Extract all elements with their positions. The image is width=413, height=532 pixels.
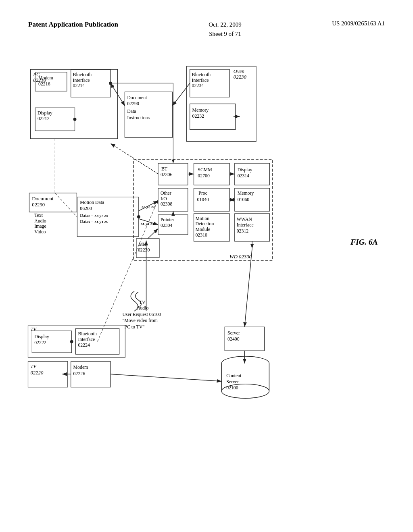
svg-text:Motion Data: Motion Data bbox=[80, 200, 104, 205]
header-patent: US 2009/0265163 A1 bbox=[332, 20, 385, 27]
svg-text:06200: 06200 bbox=[80, 206, 92, 211]
svg-text:Module: Module bbox=[195, 227, 210, 232]
svg-text:WWAN: WWAN bbox=[237, 216, 252, 222]
svg-text:Display: Display bbox=[238, 167, 252, 172]
svg-text:02224: 02224 bbox=[78, 342, 90, 348]
svg-text:I/O: I/O bbox=[161, 196, 167, 202]
svg-text:Oven: Oven bbox=[234, 69, 244, 74]
svg-line-133 bbox=[111, 374, 221, 381]
svg-text:01040: 01040 bbox=[197, 197, 209, 202]
svg-text:Pointer: Pointer bbox=[161, 217, 174, 222]
header-title: Patent Application Publication bbox=[28, 20, 118, 29]
svg-text:02220: 02220 bbox=[30, 370, 44, 376]
svg-text:Content: Content bbox=[226, 373, 242, 378]
svg-text:02234: 02234 bbox=[192, 83, 204, 88]
header-date: Oct. 22, 2009 bbox=[209, 21, 242, 28]
svg-point-16 bbox=[73, 118, 77, 121]
svg-line-77 bbox=[148, 229, 158, 239]
page: Patent Application Publication Oct. 22, … bbox=[0, 0, 413, 532]
svg-text:"Move video from: "Move video from bbox=[123, 318, 158, 323]
svg-line-96 bbox=[55, 193, 77, 217]
svg-text:TV: TV bbox=[139, 299, 146, 305]
svg-text:Display: Display bbox=[38, 110, 52, 116]
svg-text:02700: 02700 bbox=[198, 173, 210, 179]
svg-text:02306: 02306 bbox=[161, 172, 173, 177]
svg-text:Document: Document bbox=[127, 95, 147, 100]
svg-text:Detection: Detection bbox=[195, 221, 214, 227]
svg-text:TV: TV bbox=[30, 326, 37, 332]
svg-text:02400: 02400 bbox=[227, 336, 240, 342]
svg-text:Interface: Interface bbox=[78, 337, 95, 342]
svg-text:Modem: Modem bbox=[73, 364, 88, 370]
header: Patent Application Publication Oct. 22, … bbox=[0, 0, 413, 42]
svg-text:Interface: Interface bbox=[237, 222, 254, 228]
svg-text:User Request 06100: User Request 06100 bbox=[123, 312, 161, 317]
svg-text:02226: 02226 bbox=[73, 371, 86, 376]
svg-text:Server: Server bbox=[226, 379, 239, 384]
svg-text:Memory: Memory bbox=[238, 190, 254, 196]
svg-text:TV: TV bbox=[30, 364, 37, 369]
svg-text:02312: 02312 bbox=[237, 228, 249, 234]
svg-text:WD 02300: WD 02300 bbox=[229, 254, 252, 260]
svg-text:02310: 02310 bbox=[195, 232, 207, 238]
svg-text:Instructions: Instructions bbox=[127, 115, 150, 121]
svg-text:02304: 02304 bbox=[161, 222, 173, 228]
svg-text:Motion: Motion bbox=[195, 216, 209, 221]
svg-line-134 bbox=[111, 143, 158, 174]
svg-text:Other: Other bbox=[161, 190, 171, 196]
svg-text:02308: 02308 bbox=[161, 201, 173, 207]
svg-text:02214: 02214 bbox=[73, 83, 85, 88]
svg-text:02222: 02222 bbox=[34, 340, 46, 345]
svg-text:Video: Video bbox=[34, 229, 46, 235]
svg-text:02230: 02230 bbox=[234, 74, 247, 80]
header-sheet: Sheet 9 of 71 bbox=[209, 31, 241, 37]
svg-text:Bluetooth: Bluetooth bbox=[78, 331, 97, 337]
svg-text:02100: 02100 bbox=[226, 385, 238, 391]
svg-text:BT: BT bbox=[161, 166, 168, 172]
svg-text:Interface: Interface bbox=[192, 77, 209, 83]
svg-text:Document: Document bbox=[32, 196, 54, 202]
svg-text:Memory: Memory bbox=[192, 107, 209, 113]
svg-line-35 bbox=[172, 83, 190, 106]
svg-text:x₀ y₀ z₀: x₀ y₀ z₀ bbox=[142, 204, 155, 209]
svg-text:02216: 02216 bbox=[38, 81, 50, 87]
svg-text:Interface: Interface bbox=[73, 77, 90, 83]
svg-text:02232: 02232 bbox=[192, 113, 204, 119]
diagram-area: PC 02210 Modem 02216 Bluetooth Interface… bbox=[0, 46, 413, 522]
svg-text:02290: 02290 bbox=[32, 202, 45, 208]
svg-text:Audio: Audio bbox=[34, 218, 46, 224]
svg-point-92 bbox=[137, 215, 140, 218]
svg-text:Bluetooth: Bluetooth bbox=[192, 72, 211, 77]
diagram-svg: PC 02210 Modem 02216 Bluetooth Interface… bbox=[0, 46, 413, 522]
svg-text:Display: Display bbox=[34, 334, 49, 339]
svg-text:Text: Text bbox=[34, 212, 43, 218]
svg-text:SCMM: SCMM bbox=[198, 167, 212, 172]
svg-text:Server: Server bbox=[227, 330, 240, 336]
header-center: Oct. 22, 2009 Sheet 9 of 71 bbox=[209, 20, 242, 38]
svg-text:02290: 02290 bbox=[127, 101, 139, 106]
svg-text:02314: 02314 bbox=[238, 173, 250, 179]
svg-text:01060: 01060 bbox=[238, 197, 250, 202]
svg-text:Proc: Proc bbox=[198, 190, 207, 196]
svg-text:Data₁ = x₁ y₁ z₁: Data₁ = x₁ y₁ z₁ bbox=[80, 219, 108, 224]
svg-point-102 bbox=[70, 340, 73, 343]
svg-text:FIG. 6A: FIG. 6A bbox=[350, 237, 378, 246]
svg-text:Image: Image bbox=[34, 223, 46, 229]
svg-text:02230: 02230 bbox=[138, 247, 150, 253]
svg-text:Modem: Modem bbox=[38, 75, 53, 81]
svg-text:PC to TV": PC to TV" bbox=[124, 324, 144, 330]
svg-text:Data: Data bbox=[127, 108, 136, 114]
svg-text:Data₀ = x₀ y₀ z₀: Data₀ = x₀ y₀ z₀ bbox=[80, 213, 108, 218]
svg-text:Bluetooth: Bluetooth bbox=[73, 72, 92, 77]
svg-text:02212: 02212 bbox=[38, 116, 50, 121]
